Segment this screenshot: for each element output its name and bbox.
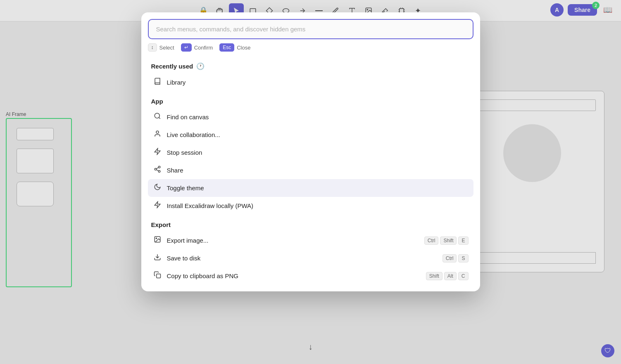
menu-item-live-collab[interactable]: Live collaboration... (148, 126, 473, 144)
menu-item-toggle-theme[interactable]: Toggle theme (148, 179, 473, 197)
menu-item-library[interactable]: Library (148, 73, 473, 91)
copy-png-label: Copy to clipboard as PNG (167, 272, 238, 279)
copy-png-icon (153, 271, 162, 281)
share-menu-icon (153, 165, 162, 175)
find-canvas-label: Find on canvas (167, 113, 209, 121)
menu-item-install-pwa[interactable]: Install Excalidraw locally (PWA) (148, 197, 473, 215)
export-title: Export (151, 221, 171, 228)
export-shift-key: Shift (440, 236, 457, 245)
svg-line-26 (156, 168, 158, 169)
svg-rect-31 (156, 274, 160, 278)
svg-point-22 (158, 166, 160, 168)
close-label: Close (237, 45, 250, 51)
menu-item-share[interactable]: Share (148, 161, 473, 179)
export-image-label: Export image... (167, 237, 209, 244)
save-ctrl-key: Ctrl (443, 254, 457, 262)
library-label: Library (167, 79, 186, 86)
export-image-icon (153, 236, 162, 245)
svg-point-20 (156, 131, 159, 133)
svg-line-19 (159, 117, 160, 118)
svg-point-18 (155, 113, 159, 118)
section-recently-used: Recently used 🕐 (148, 56, 473, 73)
export-e-key: E (458, 236, 468, 245)
toggle-theme-label: Toggle theme (167, 184, 204, 191)
save-disk-label: Save to disk (167, 255, 201, 262)
clock-icon: 🕐 (196, 62, 205, 70)
menu-item-find-canvas[interactable]: Find on canvas (148, 108, 473, 126)
section-export: Export (148, 215, 473, 232)
section-app: App (148, 91, 473, 108)
stop-session-icon (153, 148, 162, 157)
select-label: Select (159, 45, 174, 51)
menu-item-save-disk[interactable]: Save to disk Ctrl S (148, 249, 473, 267)
svg-marker-21 (155, 149, 160, 155)
menu-item-export-image[interactable]: Export image... Ctrl Shift E (148, 232, 473, 249)
export-image-shortcuts: Ctrl Shift E (424, 236, 469, 245)
library-menu-icon (153, 78, 162, 87)
menu-item-stop-session[interactable]: Stop session (148, 144, 473, 161)
keyboard-hints: ↕ Select ↵ Confirm Esc Close (141, 39, 480, 56)
confirm-key: ↵ (181, 43, 192, 52)
export-ctrl-key: Ctrl (424, 236, 439, 245)
copy-alt-key: Alt (444, 272, 457, 280)
menu-item-copy-png[interactable]: Copy to clipboard as PNG Shift Alt C (148, 267, 473, 285)
copy-png-shortcuts: Shift Alt C (426, 272, 469, 280)
command-palette-modal: ↕ Select ↵ Confirm Esc Close Recently us… (141, 12, 480, 291)
live-collab-label: Live collaboration... (167, 131, 220, 138)
save-s-key: S (458, 254, 468, 262)
install-pwa-label: Install Excalidraw locally (PWA) (167, 202, 254, 209)
svg-marker-27 (155, 202, 160, 208)
svg-point-23 (155, 168, 157, 170)
select-key: ↕ (148, 43, 157, 52)
esc-key: Esc (219, 43, 234, 52)
confirm-label: Confirm (194, 45, 213, 51)
copy-shift-key: Shift (426, 272, 443, 280)
hint-select: ↕ Select (148, 43, 174, 52)
svg-point-24 (158, 170, 160, 173)
search-container (141, 12, 480, 39)
save-disk-shortcuts: Ctrl S (443, 254, 469, 262)
app-title: App (151, 98, 163, 105)
toggle-theme-icon (153, 183, 162, 193)
svg-line-25 (156, 170, 158, 171)
svg-point-29 (156, 238, 157, 239)
find-canvas-icon (153, 112, 162, 122)
install-pwa-icon (153, 201, 162, 210)
stop-session-label: Stop session (167, 149, 202, 156)
search-input[interactable] (148, 19, 473, 39)
share-menu-label: Share (167, 167, 183, 174)
hint-confirm: ↵ Confirm (181, 43, 213, 52)
live-collab-icon (153, 130, 162, 139)
modal-content[interactable]: Recently used 🕐 Library App Find on canv… (141, 56, 480, 291)
save-disk-icon (153, 253, 162, 263)
copy-c-key: C (458, 272, 469, 280)
recently-used-title: Recently used (151, 63, 193, 70)
hint-close: Esc Close (219, 43, 250, 52)
